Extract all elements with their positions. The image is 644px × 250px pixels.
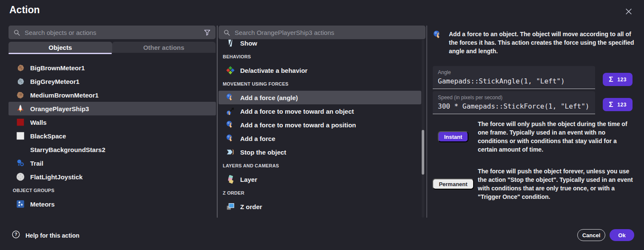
meteor-brown-2-icon (16, 90, 25, 100)
layer-icon (226, 175, 235, 184)
object-tabs: Objects Other actions (9, 42, 216, 54)
section-header-object-groups: OBJECT GROUPS (9, 184, 216, 197)
item-label: De/activate a behavior (240, 67, 307, 74)
svg-text:?: ? (14, 232, 17, 237)
close-button[interactable] (623, 6, 634, 17)
list-item-show[interactable]: Show (218, 40, 421, 50)
list-item-blackspace[interactable]: BlackSpace (9, 129, 216, 143)
section-header-layers-and-cameras: LAYERS AND CAMERAS (218, 159, 421, 172)
objects-list: BigBrownMeteor1BigGreyMeteor1MediumBrown… (9, 61, 216, 218)
actions-search-box[interactable] (218, 26, 426, 39)
show-icon (226, 40, 235, 48)
filter-icon[interactable] (203, 29, 211, 37)
force-toward-object-icon (226, 106, 235, 116)
cancel-button[interactable]: Cancel (577, 229, 605, 241)
page-title: Action (9, 4, 40, 16)
tab-other-actions[interactable]: Other actions (112, 42, 216, 53)
search-icon (223, 29, 231, 37)
permanent-note-text: The force will push the object forever, … (478, 167, 635, 201)
close-icon (624, 7, 633, 17)
angle-expression-builder-button[interactable]: Σ 123 (603, 73, 633, 86)
sigma-icon: Σ (609, 75, 613, 84)
actions-list: ShowBEHAVIORSDe/activate a behaviorMOVEM… (218, 40, 421, 218)
angle-field-value[interactable]: Gamepads::StickAngle(1, "Left") (438, 77, 590, 85)
item-label: Layer (240, 176, 257, 183)
list-item-biggreymeteor1[interactable]: BigGreyMeteor1 (9, 75, 216, 88)
list-item-orangeplayership3[interactable]: OrangePlayerShip3 (9, 102, 216, 115)
instant-note-text: The force will only push the object duri… (478, 120, 635, 154)
section-header-movement-using-forces: MOVEMENT USING FORCES (218, 77, 421, 91)
item-label: BlackSpace (30, 132, 66, 140)
123-icon: 123 (617, 77, 627, 83)
tab-objects[interactable]: Objects (9, 42, 112, 53)
permanent-badge[interactable]: Permanent (432, 178, 474, 190)
instant-badge[interactable]: Instant (438, 131, 469, 142)
panel-divider-left (217, 26, 218, 218)
list-item-add-a-force-angle[interactable]: Add a force (angle) (218, 91, 421, 104)
action-description-row: Add a force to an object. The object wil… (433, 30, 634, 55)
item-label: Walls (30, 119, 47, 126)
section-header-behaviors: BEHAVIORS (218, 50, 421, 63)
meteor-grey-icon (16, 77, 25, 86)
actions-scrollbar-thumb[interactable] (422, 130, 424, 175)
force-icon (226, 93, 235, 102)
trail-icon (16, 158, 25, 168)
help-icon: ? (11, 230, 20, 241)
list-item-z-order[interactable]: Z order (218, 200, 421, 213)
ok-button[interactable]: Ok (610, 229, 634, 241)
red-square-icon (16, 118, 25, 127)
section-header-z-order: Z ORDER (218, 186, 421, 200)
list-item-walls[interactable]: Walls (9, 115, 216, 129)
item-label: Add a force (240, 135, 275, 142)
list-item-de-activate-a-behavior[interactable]: De/activate a behavior (218, 63, 421, 77)
list-item-trail[interactable]: Trail (9, 156, 216, 170)
item-label: BigGreyMeteor1 (30, 78, 79, 85)
item-label: Meteors (30, 201, 55, 208)
list-item-starrybackgroundstars2[interactable]: StarryBackgroundStars2 (9, 143, 216, 156)
speed-field-value[interactable]: 300 * Gamepads::StickForce(1, "Left") (438, 102, 590, 110)
list-item-add-a-force-to-move-toward-a-position[interactable]: Add a force to move toward a position (218, 118, 421, 132)
item-label: BigBrownMeteor1 (30, 64, 85, 72)
search-icon (13, 29, 21, 37)
player-ship-icon (16, 104, 25, 113)
item-label: Show (240, 40, 257, 47)
speed-expression-builder-button[interactable]: Σ 123 (603, 98, 633, 111)
z-order-icon (226, 202, 235, 211)
item-label: Z order (240, 203, 262, 210)
list-item-add-a-force-to-move-toward-an-object[interactable]: Add a force to move toward an object (218, 104, 421, 118)
list-item-add-a-force[interactable]: Add a force (218, 132, 421, 145)
speed-field-label: Speed (in pixels per second) (438, 95, 590, 101)
123-icon: 123 (617, 102, 627, 108)
angle-field[interactable]: Angle Gamepads::StickAngle(1, "Left") (433, 66, 595, 89)
panel-divider-right (426, 26, 427, 218)
action-description: Add a force to an object. The object wil… (449, 30, 634, 55)
meteor-brown-icon (16, 63, 25, 72)
item-label: Trail (30, 160, 43, 167)
sigma-icon: Σ (609, 101, 613, 109)
list-item-bigbrownmeteor1[interactable]: BigBrownMeteor1 (9, 61, 216, 75)
force-icon (433, 30, 443, 40)
speed-field[interactable]: Speed (in pixels per second) 300 * Gamep… (433, 91, 595, 114)
object-group-icon (16, 199, 25, 209)
actions-search-input[interactable] (235, 29, 421, 36)
angle-field-label: Angle (438, 69, 590, 75)
actions-scrollbar-track[interactable] (422, 40, 424, 218)
objects-search-box[interactable] (9, 26, 216, 39)
active-tab-underline (9, 53, 112, 54)
joystick-icon (16, 172, 25, 181)
list-item-mediumbrownmeteor1[interactable]: MediumBrownMeteor1 (9, 88, 216, 102)
list-item-meteors[interactable]: Meteors (9, 197, 216, 211)
list-item-flatlightjoystick[interactable]: FlatLightJoystick (9, 170, 216, 184)
force-icon (226, 120, 235, 129)
objects-search-input[interactable] (25, 29, 199, 36)
list-item-layer[interactable]: Layer (218, 172, 421, 186)
permanent-note: Permanent The force will push the object… (433, 167, 635, 201)
item-label: FlatLightJoystick (30, 173, 82, 181)
item-label: StarryBackgroundStars2 (30, 146, 105, 153)
item-label: Add a force (angle) (240, 94, 298, 101)
help-link[interactable]: ? Help for this action (11, 230, 79, 241)
item-label: MediumBrownMeteor1 (30, 92, 99, 99)
force-icon (226, 134, 235, 143)
list-item-stop-the-object[interactable]: Stop the object (218, 145, 421, 159)
white-square-icon (16, 131, 25, 141)
